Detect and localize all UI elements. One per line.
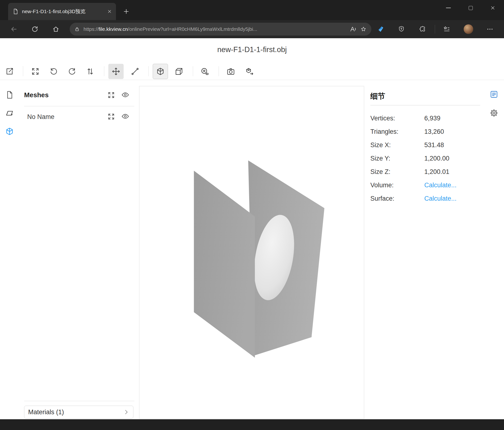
open-file-icon[interactable] bbox=[2, 64, 17, 79]
browser-tab[interactable]: new-F1-D1-1-first.obj3D预览 bbox=[8, 3, 116, 20]
close-window-button[interactable] bbox=[485, 0, 501, 16]
new-tab-button[interactable] bbox=[123, 8, 130, 15]
settings-gear-icon[interactable] bbox=[490, 109, 498, 117]
rotate-left-icon[interactable] bbox=[46, 64, 61, 79]
detail-row: Vertices:6,939 bbox=[370, 112, 480, 125]
detail-row: Size X:531.48 bbox=[370, 138, 480, 152]
lock-icon bbox=[74, 27, 80, 32]
read-aloud-icon[interactable] bbox=[349, 26, 357, 33]
navbar-separator bbox=[435, 25, 435, 33]
profile-avatar[interactable] bbox=[464, 24, 473, 34]
flip-vertical-icon[interactable] bbox=[82, 64, 98, 79]
triangles-value: 13,260 bbox=[424, 128, 444, 135]
materials-icon[interactable] bbox=[5, 109, 14, 118]
more-menu-icon[interactable] bbox=[486, 26, 494, 33]
bottom-bar bbox=[0, 419, 504, 430]
close-icon bbox=[490, 6, 495, 10]
viewport-canvas[interactable] bbox=[139, 86, 364, 419]
url-text: https://file.kkview.cn/onlinePreview?url… bbox=[83, 26, 346, 32]
browser-titlebar: new-F1-D1-1-first.obj3D预览 bbox=[0, 0, 504, 20]
maximize-button[interactable] bbox=[463, 0, 478, 16]
visibility-eye-icon[interactable] bbox=[121, 91, 129, 99]
detail-row: Volume:Calculate... bbox=[370, 178, 480, 192]
measure-line-icon[interactable] bbox=[127, 64, 143, 79]
model-cube-icon[interactable] bbox=[5, 127, 14, 136]
perspective-view-icon[interactable] bbox=[153, 64, 168, 79]
screenshot-camera-icon[interactable] bbox=[223, 64, 238, 79]
chevron-right-icon bbox=[123, 409, 129, 415]
volume-calculate-link[interactable]: Calculate... bbox=[424, 182, 457, 189]
address-bar[interactable]: https://file.kkview.cn/onlinePreview?url… bbox=[70, 23, 371, 36]
orthographic-view-icon[interactable] bbox=[171, 64, 187, 79]
refresh-icon[interactable] bbox=[31, 26, 38, 33]
detail-row: Size Y:1,200.00 bbox=[370, 152, 480, 165]
left-plane bbox=[194, 171, 255, 358]
move-tool-icon[interactable] bbox=[108, 64, 124, 79]
measure-tape-icon[interactable] bbox=[197, 64, 212, 79]
divider bbox=[24, 401, 134, 401]
file-info-icon[interactable] bbox=[5, 91, 14, 99]
extensions-puzzle-icon[interactable] bbox=[419, 26, 426, 33]
size-x-value: 531.48 bbox=[424, 141, 444, 149]
fit-mesh-item-icon[interactable] bbox=[107, 113, 115, 120]
details-panel: 细节 Vertices:6,939 Triangles:13,260 Size … bbox=[370, 86, 480, 205]
materials-button[interactable]: Materials (1) bbox=[24, 406, 133, 419]
size-z-value: 1,200.01 bbox=[424, 168, 449, 176]
shield-extension-icon[interactable] bbox=[398, 26, 405, 33]
fit-mesh-icon[interactable] bbox=[107, 91, 115, 99]
detail-row: Size Z:1,200.01 bbox=[370, 165, 480, 178]
export-model-icon[interactable] bbox=[242, 64, 258, 79]
model-render bbox=[139, 86, 364, 419]
divider bbox=[370, 105, 480, 105]
browser-navbar: https://file.kkview.cn/onlinePreview?url… bbox=[0, 20, 504, 38]
detail-row: Surface:Calculate... bbox=[370, 192, 480, 205]
page-title: new-F1-D1-1-first.obj bbox=[0, 45, 504, 54]
minimize-button[interactable] bbox=[441, 0, 456, 16]
blue-extension-icon[interactable] bbox=[377, 26, 384, 33]
home-icon[interactable] bbox=[52, 26, 59, 33]
mesh-item-label[interactable]: No Name bbox=[27, 113, 54, 121]
browser-window: new-F1-D1-1-first.obj3D预览 bbox=[0, 0, 504, 430]
meshes-header: Meshes bbox=[24, 91, 49, 99]
divider bbox=[24, 106, 134, 106]
detail-row: Triangles:13,260 bbox=[370, 125, 480, 138]
favorite-star-icon[interactable] bbox=[360, 26, 367, 32]
meshes-panel: Meshes No Name Materials (1) bbox=[24, 86, 134, 419]
tab-title: new-F1-D1-1-first.obj3D预览 bbox=[22, 8, 104, 15]
properties-list-icon[interactable] bbox=[490, 90, 498, 99]
tab-close-icon[interactable] bbox=[107, 9, 112, 14]
mesh-item-eye-icon[interactable] bbox=[121, 112, 129, 120]
rotate-right-icon[interactable] bbox=[64, 64, 80, 79]
fit-view-icon[interactable] bbox=[28, 64, 43, 79]
materials-button-label: Materials (1) bbox=[28, 409, 123, 416]
surface-calculate-link[interactable]: Calculate... bbox=[424, 195, 457, 202]
vertices-value: 6,939 bbox=[424, 115, 441, 122]
viewer-toolbar bbox=[0, 63, 504, 80]
details-header: 细节 bbox=[370, 86, 480, 101]
page-document-icon bbox=[12, 8, 19, 15]
favorites-bar-icon[interactable] bbox=[443, 26, 450, 33]
size-y-value: 1,200.00 bbox=[424, 155, 449, 162]
back-icon[interactable] bbox=[10, 26, 18, 33]
